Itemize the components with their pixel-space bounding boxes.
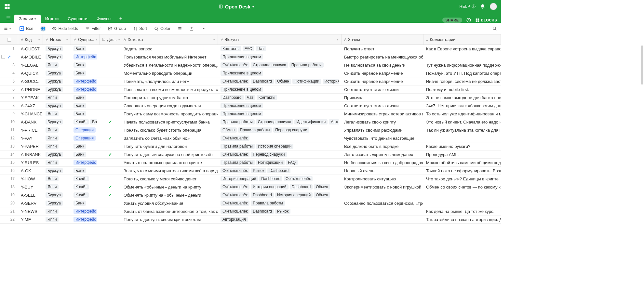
table-row[interactable]: 16A-OKБуржуаБанкЗнать, что с моими крипт… bbox=[0, 167, 501, 175]
cell-det[interactable] bbox=[100, 175, 121, 183]
column-header-why[interactable]: A Зачем bbox=[342, 34, 423, 45]
row-number[interactable]: 8 bbox=[0, 102, 18, 110]
linked-record-tag[interactable]: Буржуа bbox=[46, 103, 63, 108]
cell-comment[interactable]: Что такое деньги? Единицы в крипте + кур… bbox=[423, 175, 501, 183]
chevron-down-icon[interactable]: ▾ bbox=[118, 38, 120, 41]
linked-record-tag[interactable]: Яппи bbox=[46, 209, 59, 214]
cell-want[interactable]: Моментально проводить операции bbox=[121, 69, 218, 77]
cell-player[interactable]: Яппи bbox=[43, 175, 71, 183]
cell-det[interactable] bbox=[100, 61, 121, 69]
cell-comment[interactable]: Как дела на рынке. Да тот же курс. bbox=[423, 207, 501, 215]
cell-code[interactable]: A-BANK bbox=[18, 118, 43, 126]
cell-entity[interactable]: Интерфейс bbox=[71, 159, 100, 166]
color-button[interactable]: Color bbox=[153, 25, 172, 32]
cell-why[interactable] bbox=[342, 191, 423, 199]
scrollbar[interactable] bbox=[641, 46, 643, 85]
row-number[interactable]: 18 bbox=[0, 183, 18, 191]
linked-record-tag[interactable]: Счёт/кошелёк bbox=[221, 62, 249, 68]
cell-want[interactable]: Совершать операции когда вздумается bbox=[121, 102, 218, 110]
linked-record-tag[interactable]: Обмен bbox=[314, 184, 330, 189]
linked-record-tag[interactable]: Банк bbox=[74, 144, 86, 149]
cell-player[interactable]: Буржуа bbox=[43, 199, 71, 207]
cell-want[interactable]: Пользоваться всеми возможностями продукт… bbox=[121, 85, 218, 93]
cell-player[interactable]: Яппи bbox=[43, 159, 71, 166]
linked-record-tag[interactable]: Контакты bbox=[221, 46, 241, 51]
cell-det[interactable] bbox=[100, 53, 121, 61]
linked-record-tag[interactable]: Интерфейс bbox=[74, 209, 97, 214]
linked-record-tag[interactable]: Яппи bbox=[46, 136, 59, 141]
row-number[interactable]: ⤢ bbox=[0, 53, 18, 61]
linked-record-tag[interactable]: Приложение в целом bbox=[221, 71, 263, 76]
cell-player[interactable]: Яппи bbox=[43, 94, 71, 101]
cell-want[interactable]: Узнать условия обслуживания bbox=[121, 199, 218, 207]
cell-det[interactable] bbox=[100, 142, 121, 150]
chevron-down-icon[interactable]: ▾ bbox=[38, 38, 40, 41]
filter-button[interactable]: Filter bbox=[84, 25, 102, 32]
linked-record-tag[interactable]: Dashboard bbox=[290, 184, 313, 189]
linked-record-tag[interactable]: Приложение в целом bbox=[221, 54, 263, 59]
cell-focus[interactable]: Правила работыНотификацииFAQ bbox=[218, 159, 342, 166]
cell-comment[interactable] bbox=[423, 199, 501, 207]
column-header-want[interactable]: A Хотелка ▾ bbox=[121, 34, 218, 45]
table-row[interactable]: 21Y-NEWSЯппиИнтерфейсУзнать от банка важ… bbox=[0, 207, 501, 215]
cell-want[interactable]: Понимать, «получилось или нет» bbox=[121, 77, 218, 85]
cell-want[interactable]: Понять, сколько у меня сейчас денег bbox=[121, 175, 218, 183]
table-row[interactable]: 5A-SUCC...БуржуаИнтерфейсПонимать, «полу… bbox=[0, 77, 501, 85]
linked-record-tag[interactable]: К-счёт bbox=[74, 119, 89, 124]
row-number[interactable]: 9 bbox=[0, 110, 18, 118]
cell-focus[interactable]: Приложение в целом bbox=[218, 110, 342, 118]
cell-code[interactable]: Y-PAY bbox=[18, 134, 43, 142]
linked-record-tag[interactable]: Правила работы bbox=[221, 160, 255, 165]
cell-code[interactable]: A-OK bbox=[18, 167, 43, 175]
linked-record-tag[interactable]: Приложение в целом bbox=[221, 87, 263, 92]
cell-why[interactable]: Чувствовать, что деньги настоящие bbox=[342, 134, 423, 142]
cell-why[interactable]: Нервный очень bbox=[342, 167, 423, 175]
cell-entity[interactable]: ОперацияК-сч bbox=[71, 134, 100, 142]
linked-record-tag[interactable]: Интерфейс bbox=[74, 160, 97, 165]
cell-det[interactable]: ✓ bbox=[100, 183, 121, 191]
column-header-det[interactable]: ☑ Дет... ▾ bbox=[100, 34, 121, 45]
cell-code[interactable]: Y-NEWS bbox=[18, 207, 43, 215]
cell-det[interactable] bbox=[100, 159, 121, 166]
linked-record-tag[interactable]: Яппи bbox=[46, 62, 59, 68]
column-header-entity[interactable]: ⇄ Сущно... ▾ bbox=[71, 34, 100, 45]
row-number[interactable]: 11 bbox=[0, 126, 18, 134]
cell-entity[interactable]: Операция bbox=[71, 126, 100, 134]
cell-code[interactable]: A-PHONE bbox=[18, 85, 43, 93]
cell-entity[interactable]: Банк bbox=[71, 199, 100, 207]
linked-record-tag[interactable]: Правила работы bbox=[221, 119, 255, 124]
help-link[interactable]: HELP ⓘ bbox=[460, 4, 476, 9]
table-row[interactable]: 20A-SERVБуржуаБанкУзнать условия обслужи… bbox=[0, 199, 501, 207]
cell-why[interactable] bbox=[342, 207, 423, 215]
linked-record-tag[interactable]: Банк bbox=[74, 95, 86, 100]
linked-record-tag[interactable]: Буржуа bbox=[46, 46, 63, 51]
cell-entity[interactable]: Банк bbox=[71, 150, 100, 158]
cell-entity[interactable]: Банк bbox=[71, 69, 100, 77]
linked-record-tag[interactable]: Обмен bbox=[314, 192, 330, 198]
cell-focus[interactable]: Авторизация bbox=[218, 215, 342, 223]
cell-comment[interactable]: Так затейливо названа авторизация. Допу bbox=[423, 215, 501, 223]
chevron-down-icon[interactable]: ▾ bbox=[96, 38, 98, 41]
cell-code[interactable]: Y-PRICE bbox=[18, 126, 43, 134]
table-row[interactable]: 12Y-PAYЯппиОперацияК-сч✓Заплатить со счё… bbox=[0, 134, 501, 142]
cell-comment[interactable]: 24x7. Нет привязки к «банковским дням» и bbox=[423, 102, 501, 110]
linked-record-tag[interactable]: Перевод снаружи bbox=[251, 152, 287, 157]
linked-record-tag[interactable]: Банк bbox=[74, 71, 86, 76]
cell-comment[interactable]: Тут нужна информационная поддержка. Да bbox=[423, 61, 501, 69]
cell-focus[interactable]: ОбменПравила работыПеревод снаружи bbox=[218, 126, 342, 134]
row-number[interactable]: 22 bbox=[0, 215, 18, 223]
row-number[interactable]: 14 bbox=[0, 150, 18, 158]
linked-record-tag[interactable]: Dashboard bbox=[251, 79, 274, 84]
linked-record-tag[interactable]: Яппи bbox=[46, 127, 59, 133]
linked-record-tag[interactable]: Правила работы bbox=[221, 144, 255, 149]
cell-why[interactable]: Не беспокоиться за свою добропорядочност… bbox=[342, 159, 423, 166]
cell-player[interactable]: Яппи bbox=[43, 142, 71, 150]
cell-want[interactable]: Узнать от банка важное-интересное о том,… bbox=[121, 207, 218, 215]
linked-record-tag[interactable]: Яппи bbox=[46, 95, 59, 100]
cell-code[interactable]: Y-ME bbox=[18, 215, 43, 223]
cell-comment[interactable]: Это не самое выгодное для банка поведени bbox=[423, 94, 501, 101]
cell-entity[interactable]: К-счётБанк bbox=[71, 118, 100, 126]
row-number[interactable]: 13 bbox=[0, 142, 18, 150]
cell-code[interactable]: A-SERV bbox=[18, 199, 43, 207]
cell-det[interactable] bbox=[100, 199, 121, 207]
